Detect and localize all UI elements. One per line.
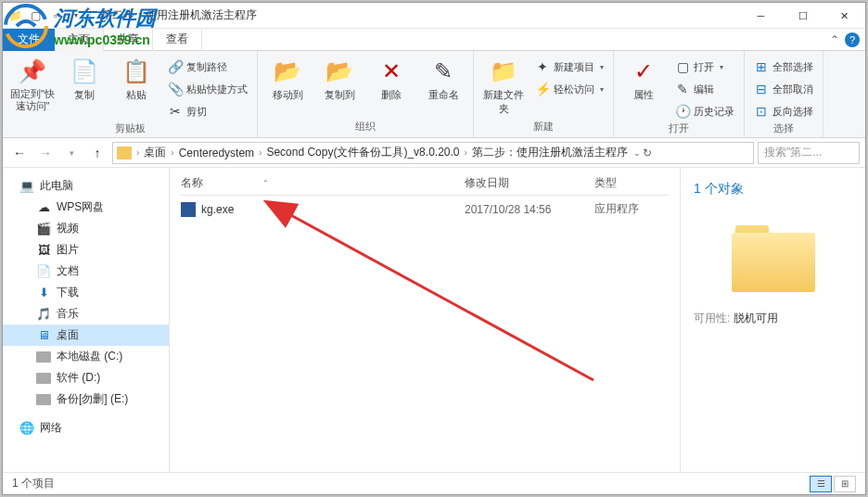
disk-icon (36, 392, 51, 407)
new-folder-icon[interactable]: ▫ (47, 7, 64, 24)
ribbon-collapse-icon[interactable]: ⌃ (830, 33, 839, 46)
dropdown-icon[interactable]: ⌄ (633, 148, 641, 158)
properties-icon[interactable]: ▢ (27, 7, 44, 24)
rename-button[interactable]: ✎重命名 (419, 53, 467, 102)
select-group-label: 选择 (750, 121, 817, 137)
new-group-label: 新建 (479, 120, 607, 135)
pc-icon: 💻 (19, 179, 34, 194)
breadcrumb-item[interactable]: 桌面 (144, 145, 166, 160)
cut-button[interactable]: ✂剪切 (164, 101, 251, 121)
sidebar-item-pictures[interactable]: 🖼图片 (3, 239, 169, 261)
delete-button[interactable]: ✕删除 (367, 53, 415, 102)
file-row[interactable]: kg.exe 2017/10/28 14:56 应用程序 (181, 196, 669, 223)
paste-icon: 📋 (121, 57, 151, 86)
breadcrumb-item[interactable]: 第二步：使用注册机激活主程序 (472, 145, 628, 160)
cloud-icon: ☁ (36, 200, 51, 215)
chevron-right-icon: › (134, 147, 142, 158)
open-button[interactable]: ▢打开▾ (671, 57, 738, 77)
breadcrumb-item[interactable]: Second Copy(文件备份工具)_v8.0.20.0 (266, 145, 459, 160)
sidebar-item-network[interactable]: 🌐网络 (3, 417, 169, 439)
pin-icon: 📌 (18, 57, 47, 86)
cut-icon: ✂ (168, 104, 183, 119)
sidebar-item-localc[interactable]: 本地磁盘 (C:) (3, 346, 169, 367)
preview-availability: 可用性: 脱机可用 (694, 311, 852, 326)
easy-access-button[interactable]: ⚡轻松访问▾ (531, 79, 607, 99)
column-type[interactable]: 类型 (594, 175, 669, 191)
column-date[interactable]: 修改日期 (465, 175, 594, 191)
breadcrumb-item[interactable]: Centeredystem (179, 147, 254, 159)
search-input[interactable]: 搜索"第二... (758, 142, 860, 164)
rename-icon: ✎ (428, 57, 458, 86)
view-icons-button[interactable]: ⊞ (834, 476, 856, 492)
edit-button[interactable]: ✎编辑 (671, 79, 738, 99)
quick-access-toolbar: 📁 ▢ ▫ ▾ | (3, 7, 96, 24)
status-text: 1 个项目 (12, 476, 55, 491)
recent-button[interactable]: ▾ (60, 142, 83, 164)
sidebar-item-wps[interactable]: ☁WPS网盘 (3, 197, 169, 218)
content-area: 💻此电脑 ☁WPS网盘 🎬视频 🖼图片 📄文档 ⬇下载 🎵音乐 🖥桌面 本地磁盘… (3, 168, 865, 472)
paste-shortcut-button[interactable]: 📎粘贴快捷方式 (164, 79, 251, 99)
history-button[interactable]: 🕐历史记录 (671, 101, 738, 121)
paste-button[interactable]: 📋 粘贴 (112, 53, 160, 102)
network-icon: 🌐 (19, 421, 34, 436)
properties-button[interactable]: ✓属性 (619, 53, 668, 102)
organize-group-label: 组织 (263, 120, 467, 135)
sidebar-item-desktop[interactable]: 🖥桌面 (3, 325, 169, 346)
selectall-icon: ⊞ (754, 59, 769, 74)
properties-icon: ✓ (629, 57, 658, 86)
easyaccess-icon: ⚡ (535, 82, 550, 96)
refresh-icon[interactable]: ↻ (643, 147, 652, 159)
path-icon: 🔗 (168, 59, 183, 74)
maximize-button[interactable]: ☐ (782, 3, 823, 29)
invert-selection-button[interactable]: ⊡反向选择 (750, 101, 817, 121)
copy-button[interactable]: 📄 复制 (60, 53, 108, 102)
help-icon[interactable]: ? (845, 32, 860, 47)
pin-button[interactable]: 📌 固定到"快速访问" (8, 53, 57, 112)
chevron-right-icon: › (462, 147, 470, 158)
select-none-button[interactable]: ⊟全部取消 (750, 79, 817, 99)
delete-icon: ✕ (377, 57, 406, 86)
chevron-right-icon: › (256, 147, 264, 158)
close-button[interactable]: ✕ (823, 3, 865, 29)
folder-icon (117, 147, 132, 159)
new-item-button[interactable]: ✦新建项目▾ (531, 57, 607, 77)
sidebar-item-music[interactable]: 🎵音乐 (3, 303, 169, 325)
forward-button[interactable]: → (34, 142, 57, 164)
downloads-icon: ⬇ (36, 286, 51, 300)
sidebar-item-documents[interactable]: 📄文档 (3, 261, 169, 282)
breadcrumb[interactable]: › 桌面 › Centeredystem › Second Copy(文件备份工… (112, 142, 754, 164)
move-to-button[interactable]: 📂移动到 (263, 53, 312, 102)
sidebar-item-video[interactable]: 🎬视频 (3, 218, 169, 239)
preview-pane: 1 个对象 可用性: 脱机可用 (680, 168, 865, 472)
copyto-icon: 📂 (325, 57, 354, 86)
view-details-button[interactable]: ☰ (810, 476, 832, 492)
sidebar-item-thispc[interactable]: 💻此电脑 (3, 175, 169, 197)
tab-share[interactable]: 共享 (104, 29, 153, 51)
chevron-right-icon: › (168, 147, 176, 158)
qa-chevron-icon[interactable]: ▾ (68, 7, 84, 24)
sidebar-item-backupe[interactable]: 备份[勿删] (E:) (3, 389, 169, 410)
up-button[interactable]: ↑ (86, 142, 108, 164)
new-folder-button[interactable]: 📁新建文件夹 (479, 53, 528, 116)
file-list: 名称⌃ 修改日期 类型 kg.exe 2017/10/28 14:56 应用程序 (170, 168, 680, 472)
newitem-icon: ✦ (535, 59, 550, 74)
copy-to-button[interactable]: 📂复制到 (315, 53, 364, 102)
chevron-down-icon: ▾ (720, 63, 723, 71)
sidebar-item-softd[interactable]: 软件 (D:) (3, 367, 169, 389)
main-area: 名称⌃ 修改日期 类型 kg.exe 2017/10/28 14:56 应用程序… (170, 168, 865, 472)
folder-large-icon (732, 225, 815, 292)
minimize-button[interactable]: ─ (740, 3, 782, 29)
music-icon: 🎵 (36, 307, 51, 322)
select-all-button[interactable]: ⊞全部选择 (750, 57, 817, 77)
sidebar-item-downloads[interactable]: ⬇下载 (3, 282, 169, 303)
tab-file[interactable]: 文件 (3, 29, 55, 51)
column-name[interactable]: 名称⌃ (181, 175, 465, 191)
statusbar: 1 个项目 ☰ ⊞ (3, 472, 865, 494)
back-button[interactable]: ← (8, 142, 31, 164)
tab-home[interactable]: 主页 (55, 29, 104, 51)
sidebar: 💻此电脑 ☁WPS网盘 🎬视频 🖼图片 📄文档 ⬇下载 🎵音乐 🖥桌面 本地磁盘… (3, 168, 170, 472)
tab-view[interactable]: 查看 (153, 29, 202, 51)
copy-path-button[interactable]: 🔗复制路径 (164, 57, 251, 77)
address-bar: ← → ▾ ↑ › 桌面 › Centeredystem › Second Co… (3, 138, 865, 168)
titlebar: 📁 ▢ ▫ ▾ | 第二步：使用注册机激活主程序 ─ ☐ ✕ (3, 3, 865, 29)
